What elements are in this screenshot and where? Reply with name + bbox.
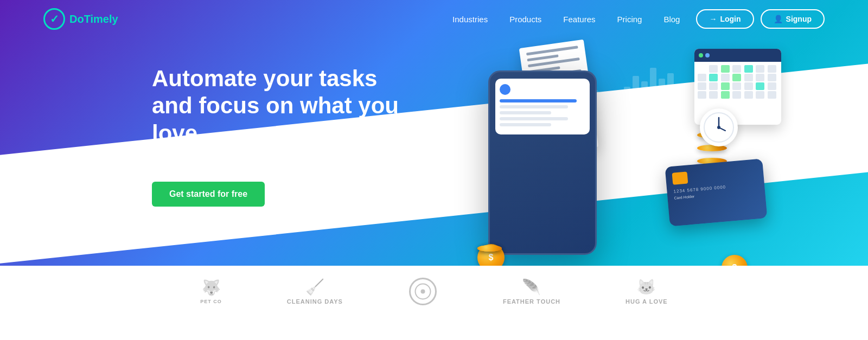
login-icon: → [709,15,717,23]
bar-6 [667,73,674,103]
bar-5 [659,79,665,103]
bar-1 [624,87,630,103]
calendar-dot-2 [705,53,710,57]
phone-device [488,70,597,255]
logo-icon [43,8,65,30]
hero-subtitle: Everything from customer intake to payme… [152,156,401,165]
logo-text: DoTimely [69,13,118,25]
bar-4 [650,68,656,103]
brand-logo-4: 🪶 FEATHER TOUCH [503,278,560,305]
navbar: DoTimely Industries Products Features Pr… [0,0,868,38]
nav-buttons: → Login 👤 Signup [696,9,825,29]
nav-item-pricing[interactable]: Pricing [617,15,642,24]
phone-screen [495,79,590,134]
logos-section: 🐺 PET CO 🧹 CLEANING DAYS 🪶 FEATHER TOUCH… [0,266,868,323]
hero-content: Automate your tasks and focus on what yo… [152,65,401,207]
signup-button[interactable]: 👤 Signup [761,9,825,29]
calendar-grid [694,62,781,102]
hero-title: Automate your tasks and focus on what yo… [152,65,401,147]
brand-logo-2: 🧹 CLEANING DAYS [287,278,343,305]
svg-point-8 [420,290,425,294]
user-add-icon: 👤 [774,15,783,23]
bar-3 [641,81,648,103]
brand-logo-1: 🐺 PET CO [200,279,222,304]
logo[interactable]: DoTimely [43,8,118,30]
svg-point-5 [717,126,720,129]
nav-item-features[interactable]: Features [563,15,595,24]
circle-brand-icon [408,277,438,306]
bar-chart-decoration [624,65,674,103]
brand-logo-5: 🐱 Hug A Love [626,278,668,305]
calendar-header [694,49,781,62]
brand-logo-3 [408,277,438,306]
nav-item-industries[interactable]: Industries [452,15,488,24]
nav-links: Industries Products Features Pricing Blo… [452,15,680,24]
nav-item-products[interactable]: Products [509,15,541,24]
bar-2 [633,76,639,103]
hero-section: Automate your tasks and focus on what yo… [0,0,868,266]
login-button[interactable]: → Login [696,9,754,29]
card-chip-icon [672,172,688,185]
cta-button[interactable]: Get started for free [152,182,265,207]
calendar-dot [699,53,703,57]
hero-illustration: ⚙ [445,33,781,266]
credit-card: 1234 5678 9000 0000 Card Holder [665,158,768,226]
nav-item-blog[interactable]: Blog [663,15,680,24]
clock-widget [700,108,738,146]
